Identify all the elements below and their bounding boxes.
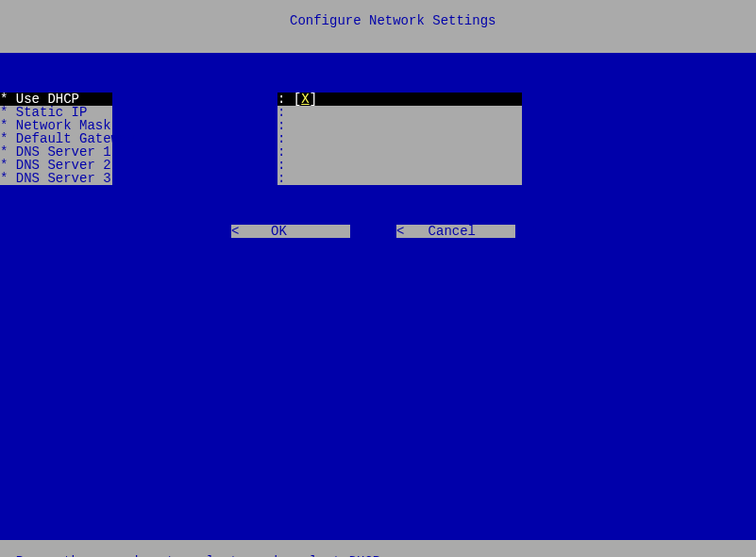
- cancel-button[interactable]: < Cancel >: [396, 225, 515, 238]
- field-network-mask-value[interactable]: :: [277, 119, 522, 132]
- field-dns-server-3-label[interactable]: * DNS Server 3: [0, 172, 112, 185]
- dialog-title: Configure Network Settings: [290, 13, 496, 28]
- status-bar: Press the spacebar to select or de-selec…: [0, 540, 756, 557]
- field-dns-server-2-label[interactable]: * DNS Server 2: [0, 159, 112, 172]
- field-dns-server-1-label[interactable]: * DNS Server 1: [0, 145, 112, 159]
- field-static-ip-value[interactable]: :: [277, 106, 522, 119]
- field-network-mask-label[interactable]: * Network Mask: [0, 119, 112, 132]
- dialog-body: * Use DHCP * Static IP * Network Mask * …: [0, 53, 756, 540]
- field-dns-server-1-value[interactable]: :: [277, 145, 522, 159]
- fields-values-column: : [X] : : : : : :: [277, 93, 522, 185]
- field-dns-server-3-value[interactable]: :: [277, 172, 522, 185]
- value-suffix: ]: [310, 92, 317, 107]
- field-use-dhcp-label[interactable]: * Use DHCP: [0, 93, 112, 106]
- field-default-gateway-value[interactable]: :: [277, 132, 522, 145]
- dialog-header: Configure Network Settings: [0, 0, 756, 53]
- dhcp-checkbox[interactable]: X: [301, 92, 309, 107]
- ok-button[interactable]: < OK >: [231, 225, 350, 238]
- dialog-buttons: < OK > < Cancel >: [231, 225, 515, 238]
- field-use-dhcp-value[interactable]: : [X]: [277, 93, 522, 106]
- field-dns-server-2-value[interactable]: :: [277, 159, 522, 172]
- field-default-gateway-label[interactable]: * Default Gateway: [0, 132, 112, 145]
- fields-labels-column: * Use DHCP * Static IP * Network Mask * …: [0, 93, 112, 185]
- field-static-ip-label[interactable]: * Static IP: [0, 106, 112, 119]
